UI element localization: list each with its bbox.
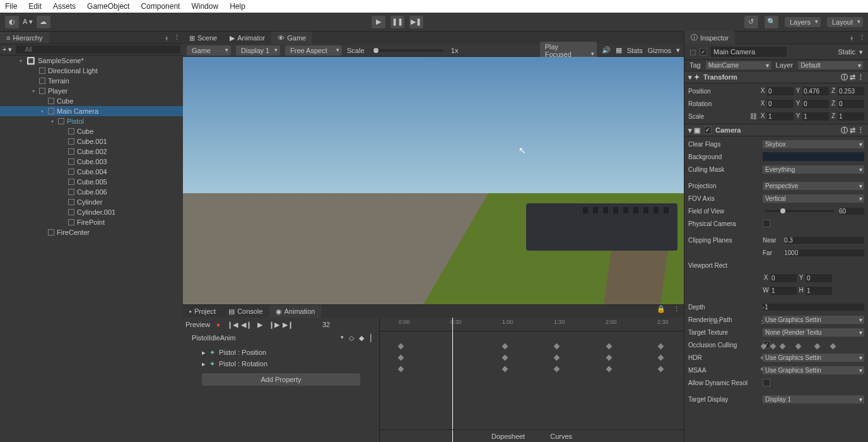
layout-dropdown[interactable]: Layout <box>827 17 863 27</box>
add-event-icon[interactable]: ◆ <box>356 334 367 342</box>
menu-gameobject[interactable]: GameObject <box>87 2 129 11</box>
msaa-dropdown[interactable]: Use Graphics Settin <box>763 366 864 374</box>
scl-y[interactable] <box>802 112 829 121</box>
anim-menu-icon[interactable]: ⋮ <box>669 305 684 318</box>
hierarchy-item[interactable]: Cube.002 <box>0 146 183 157</box>
projection-dropdown[interactable]: Perspective <box>763 182 864 190</box>
keyframe[interactable] <box>658 355 664 361</box>
aspect-dropdown[interactable]: Free Aspect <box>285 45 342 56</box>
stats-toggle[interactable]: Stats <box>627 47 643 54</box>
add-keyframe-icon[interactable]: ◇ <box>346 334 356 342</box>
menu-file[interactable]: File <box>5 2 17 11</box>
keyframe[interactable] <box>554 355 560 361</box>
first-frame-button[interactable]: ❙◀ <box>226 321 238 329</box>
gameobject-name-field[interactable] <box>711 47 787 57</box>
play-button[interactable]: ▶ <box>372 16 385 28</box>
depth-field[interactable] <box>763 304 864 311</box>
hierarchy-item[interactable]: Directional Light <box>0 66 183 76</box>
rendering-path-dropdown[interactable]: Use Graphics Settin <box>763 316 864 324</box>
menu-component[interactable]: Component <box>141 2 180 11</box>
tab-animator[interactable]: ▶ Animator <box>223 32 271 44</box>
keyframe-area[interactable] <box>380 332 684 420</box>
target-texture-field[interactable]: None (Render Textu <box>763 328 864 337</box>
hierarchy-item[interactable]: ▾Main Camera <box>0 106 183 116</box>
hdr-dropdown[interactable]: Use Graphics Settin <box>763 354 864 362</box>
account-icon[interactable]: ◐ <box>5 16 19 28</box>
camera-enable-checkbox[interactable] <box>704 126 712 134</box>
keyframe[interactable] <box>606 355 613 361</box>
menu-window[interactable]: Window <box>191 2 218 11</box>
anim-property-row[interactable]: ▸✦Pistol : Position <box>183 347 379 358</box>
panel-maximize-icon[interactable]: ⫞ <box>162 34 171 42</box>
audio-icon[interactable]: 🔊 <box>602 46 611 54</box>
keyframe[interactable] <box>398 366 404 373</box>
inspector-lock-icon[interactable]: ⫞ <box>847 34 856 42</box>
hierarchy-item[interactable]: Cube.001 <box>0 136 183 146</box>
hierarchy-item[interactable]: Cube.003 <box>0 157 183 167</box>
keyframe[interactable] <box>554 366 560 373</box>
keyframe[interactable] <box>502 355 508 361</box>
frame-field[interactable]: 32 <box>296 321 334 328</box>
hierarchy-item[interactable]: FirePoint <box>0 217 183 227</box>
hierarchy-scene[interactable]: ▾🔳 SampleScene* <box>0 56 183 66</box>
step-button[interactable]: ▶❚ <box>409 16 423 28</box>
prev-key-button[interactable]: ◀❙ <box>240 321 252 329</box>
clip-dropdown[interactable]: PistolIdleAnim <box>187 333 346 343</box>
culling-mask-dropdown[interactable]: Everything <box>763 165 864 174</box>
fov-slider[interactable] <box>765 210 834 212</box>
search-icon[interactable]: 🔍 <box>765 16 778 28</box>
record-button[interactable]: ● <box>213 321 224 328</box>
keyframe[interactable] <box>658 343 664 350</box>
keyframe[interactable] <box>658 366 664 373</box>
next-key-button[interactable]: ❙▶ <box>268 321 279 329</box>
rot-x[interactable] <box>767 100 794 108</box>
tab-animation[interactable]: ◉ Animation <box>269 305 322 318</box>
display-dropdown[interactable]: Display 1 <box>236 45 280 56</box>
vp-h[interactable] <box>806 287 832 295</box>
tab-game[interactable]: 👁 Game <box>271 32 312 44</box>
last-frame-button[interactable]: ▶❙ <box>282 321 293 329</box>
vp-w[interactable] <box>770 287 797 295</box>
panel-menu-icon[interactable]: ⋮ <box>171 33 183 42</box>
vp-y[interactable] <box>806 274 832 282</box>
layer-dropdown[interactable]: Default <box>798 61 863 69</box>
menu-edit[interactable]: Edit <box>28 2 42 11</box>
keyframe[interactable] <box>502 366 508 373</box>
clear-flags-dropdown[interactable]: Skybox <box>763 140 864 148</box>
display-icon[interactable]: ▦ <box>616 46 622 54</box>
hierarchy-item[interactable]: ▾Pistol <box>0 116 183 126</box>
menu-help[interactable]: Help <box>230 2 245 11</box>
hierarchy-item[interactable]: FireCenter <box>0 227 183 237</box>
dopesheet-tab[interactable]: Dopesheet <box>491 433 525 440</box>
fov-field[interactable] <box>839 208 864 215</box>
keyframe[interactable] <box>398 343 404 350</box>
transform-component-header[interactable]: ▾ ✦ Transformⓘ ⇄ ⋮ <box>684 71 868 83</box>
scale-link-icon[interactable]: ⛓ <box>750 112 757 120</box>
add-property-button[interactable]: Add Property <box>202 373 360 386</box>
keyframe[interactable] <box>398 355 404 361</box>
hierarchy-item[interactable]: Cube.006 <box>0 187 183 197</box>
scl-z[interactable] <box>838 112 864 121</box>
menu-assets[interactable]: Assets <box>53 2 76 11</box>
gizmos-toggle[interactable]: Gizmos <box>648 47 671 54</box>
physical-camera-checkbox[interactable] <box>763 220 770 227</box>
inspector-tab[interactable]: ⓘ Inspector <box>684 31 735 44</box>
anim-play-button[interactable]: ▶ <box>254 321 266 329</box>
game-mode-dropdown[interactable]: Game <box>187 45 231 56</box>
preview-toggle[interactable]: Preview <box>185 321 210 328</box>
layers-dropdown[interactable]: Layers <box>785 17 821 27</box>
cloud-icon[interactable]: ☁ <box>37 16 50 28</box>
fov-axis-dropdown[interactable]: Vertical <box>763 194 864 203</box>
scale-slider[interactable] <box>372 49 443 52</box>
tab-project[interactable]: ▪ Project <box>183 305 222 318</box>
anim-lock-icon[interactable]: 🔒 <box>653 305 669 318</box>
curves-tab[interactable]: Curves <box>550 433 572 440</box>
keyframe[interactable] <box>606 343 613 350</box>
static-dropdown-icon[interactable]: ▾ <box>859 48 863 56</box>
hierarchy-item[interactable]: Terrain <box>0 76 183 86</box>
vp-x[interactable] <box>770 274 797 282</box>
gameobject-active-checkbox[interactable] <box>700 48 707 56</box>
filter-icon[interactable]: ⎮ <box>367 334 375 342</box>
hierarchy-item[interactable]: Cylinder.001 <box>0 207 183 217</box>
rot-y[interactable] <box>802 100 829 108</box>
